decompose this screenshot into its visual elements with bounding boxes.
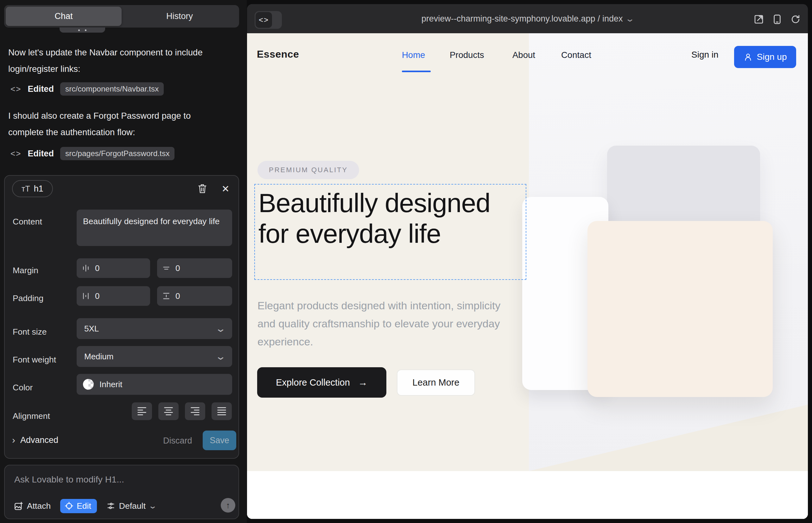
attach-image-icon: [14, 502, 23, 510]
close-editor-button[interactable]: ✕: [219, 183, 231, 195]
refresh-button[interactable]: [789, 13, 802, 26]
file-chip[interactable]: src/components/Navbar.tsx: [60, 82, 164, 96]
close-icon: ✕: [222, 183, 229, 194]
align-left-icon: [137, 407, 147, 415]
sliders-icon: [106, 502, 115, 510]
nav-link-contact[interactable]: Contact: [561, 50, 591, 60]
chat-history-tabbar: Chat History: [4, 5, 239, 28]
target-icon: [65, 502, 73, 510]
hero-subtext: Elegant products designed with intention…: [258, 296, 511, 351]
site-canvas: Essence Home Products About Contact Sign…: [247, 33, 808, 519]
color-swatch: [83, 379, 94, 390]
padding-horizontal-icon: [82, 292, 90, 300]
code-icon: <>: [11, 149, 21, 159]
typography-icon: ᴛT: [21, 184, 30, 194]
align-center-icon: [164, 407, 173, 415]
margin-x-input[interactable]: 0: [77, 258, 150, 278]
nav-link-about[interactable]: About: [512, 50, 535, 60]
hero-bg-left: [247, 33, 529, 471]
element-editor-panel: ᴛT h1 ✕ Content Beautifully designed for…: [4, 175, 239, 459]
selected-element-tag: ᴛT h1: [12, 180, 53, 197]
align-justify-icon: [217, 407, 226, 415]
refresh-icon: [791, 14, 800, 24]
margin-vertical-icon: [162, 264, 170, 272]
alignment-label: Alignment: [13, 411, 50, 421]
preview-url-dropdown[interactable]: preview--charming-site-symphony.lovable.…: [247, 4, 808, 33]
hero-headline[interactable]: Beautifully designed for everyday life: [259, 188, 521, 249]
font-size-select[interactable]: 5XL ⌄: [77, 318, 232, 339]
delete-element-button[interactable]: [196, 183, 208, 195]
arrow-up-icon: ↑: [226, 501, 230, 510]
edited-file-row: <> Edited src/pages/ForgotPassword.tsx: [11, 146, 175, 161]
arrow-right-icon: →: [358, 377, 368, 388]
code-icon: <>: [11, 84, 21, 94]
file-chip[interactable]: src/pages/ForgotPassword.tsx: [60, 147, 175, 160]
trash-icon: [198, 183, 207, 194]
align-right-icon: [190, 407, 200, 415]
chat-composer: Attach Edit Default ⌄: [4, 465, 239, 519]
edited-file-row: <> Edited src/components/Navbar.tsx: [11, 82, 164, 96]
preview-window: preview--charming-site-symphony.lovable.…: [247, 4, 808, 519]
scrolled-chip-partial: [59, 28, 105, 33]
align-right-button[interactable]: [185, 402, 205, 420]
padding-label: Padding: [13, 293, 43, 303]
active-nav-underline: [402, 71, 431, 72]
nav-link-home[interactable]: Home: [402, 50, 425, 60]
hero-bg-wedge: [529, 404, 808, 471]
content-input[interactable]: Beautifully designed for everyday life: [77, 210, 232, 246]
chat-message: I should also create a Forgot Password p…: [8, 108, 227, 141]
align-center-button[interactable]: [158, 402, 179, 420]
font-weight-label: Font weight: [13, 355, 56, 365]
code-view-toggle[interactable]: <>: [254, 11, 282, 29]
margin-y-input[interactable]: 0: [157, 258, 232, 278]
padding-x-input[interactable]: 0: [77, 286, 150, 306]
site-logo[interactable]: Essence: [257, 49, 299, 60]
dot: [78, 30, 80, 31]
model-default-select[interactable]: Default ⌄: [106, 501, 156, 511]
attach-button[interactable]: Attach: [14, 501, 51, 511]
chevron-down-icon: ⌄: [625, 14, 635, 24]
align-left-button[interactable]: [132, 402, 152, 420]
padding-y-input[interactable]: 0: [157, 286, 232, 306]
below-hero-section: [247, 471, 808, 519]
send-button[interactable]: ↑: [221, 498, 235, 512]
sign-in-link[interactable]: Sign in: [691, 50, 719, 60]
preview-url: preview--charming-site-symphony.lovable.…: [422, 14, 623, 24]
padding-vertical-icon: [162, 292, 170, 300]
font-size-label: Font size: [13, 327, 47, 337]
code-icon: <>: [255, 12, 272, 28]
save-button[interactable]: Save: [203, 431, 236, 450]
composer-toolbar: Attach Edit Default ⌄: [14, 498, 156, 513]
content-label: Content: [13, 217, 42, 227]
font-weight-select[interactable]: Medium ⌄: [77, 346, 232, 367]
color-label: Color: [13, 383, 33, 393]
dot: [85, 30, 86, 31]
learn-more-button[interactable]: Learn More: [397, 369, 475, 396]
margin-horizontal-icon: [82, 264, 90, 272]
margin-label: Margin: [13, 266, 38, 275]
color-select[interactable]: Inherit: [77, 374, 232, 395]
edit-mode-button[interactable]: Edit: [60, 499, 97, 513]
tab-history[interactable]: History: [122, 7, 237, 26]
align-justify-button[interactable]: [212, 402, 232, 420]
discard-button[interactable]: Discard: [163, 436, 192, 446]
smartphone-icon: [772, 14, 782, 24]
advanced-toggle[interactable]: › Advanced: [12, 435, 58, 446]
preview-topbar: preview--charming-site-symphony.lovable.…: [247, 4, 808, 33]
sign-up-button[interactable]: Sign up: [734, 46, 796, 68]
decorative-card-beige: [587, 221, 773, 397]
explore-collection-button[interactable]: Explore Collection →: [257, 367, 386, 398]
lovable-sidebar: Chat History Now let's update the Navbar…: [0, 0, 247, 523]
mobile-view-button[interactable]: [771, 13, 783, 26]
user-icon: [744, 53, 753, 61]
chevron-right-icon: ›: [12, 435, 15, 446]
tab-chat[interactable]: Chat: [6, 7, 122, 26]
premium-quality-badge: PREMIUM QUALITY: [258, 161, 359, 179]
chat-message: Now let's update the Navbar component to…: [8, 44, 227, 77]
chat-input[interactable]: [14, 474, 230, 491]
nav-link-products[interactable]: Products: [450, 50, 484, 60]
open-in-new-tab-button[interactable]: [753, 13, 765, 26]
external-link-icon: [754, 14, 764, 24]
app-root: Chat History Now let's update the Navbar…: [0, 0, 812, 523]
